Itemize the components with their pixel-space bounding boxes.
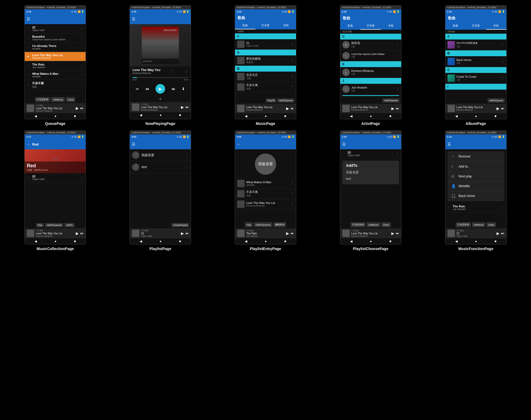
coll-more-1[interactable]: ⋮ [80, 176, 83, 180]
eq-icon[interactable]: ≡ [159, 97, 161, 101]
ctx-remove[interactable]: － Remove [448, 151, 504, 162]
ple-song-1[interactable]: What Makes A Man Westlife ⋮ [235, 178, 296, 189]
heart-icon-2[interactable]: ♡ [27, 36, 30, 40]
square-nav-8[interactable]: ■ [284, 239, 286, 243]
add-music-btn-9[interactable]: AddMusic [367, 222, 380, 227]
music-item-22[interactable]: 22 Taylor Swift ⋮ [235, 39, 296, 50]
back-nav-7[interactable]: ◀ [140, 239, 142, 243]
mini-play-5[interactable]: ▶ [497, 106, 499, 111]
artist-item-cyx[interactable]: 陈 陈奕迅 2首 ⋮ [340, 40, 401, 50]
more-bjbj[interactable]: ⋮ [291, 75, 294, 78]
back-nav-2[interactable]: ◀ [140, 113, 142, 117]
queue-song-2[interactable]: ♡ Beautiful Carly Rae Jepsen,Justin Bieb… [25, 33, 86, 43]
music-item-bjbj[interactable]: 北京北京 汪峰 ⋮ [235, 72, 296, 82]
back-nav-1[interactable]: ◀ [34, 114, 37, 118]
mini-next-7[interactable]: ⏭ [185, 231, 189, 235]
music-item-axed[interactable]: 爱笑的眼睛 林俊杰 ⋮ [235, 55, 296, 66]
mini-next-3[interactable]: ⏭ [291, 107, 294, 110]
square-nav-1[interactable]: ■ [74, 114, 76, 118]
plc-heart-1[interactable]: ♡ [342, 152, 346, 156]
heart-icon-7[interactable]: ♡ [27, 83, 30, 87]
add-music-btn-10[interactable]: AddMusic [472, 222, 486, 227]
addto-item-2[interactable]: test [346, 176, 395, 182]
square-nav-2[interactable]: ■ [179, 113, 181, 117]
pl-more-2[interactable]: ⋮ [185, 165, 189, 169]
heart-icon-4[interactable]: ♥ [27, 55, 30, 58]
queue-song-4[interactable]: ♥ Love The Way You Lie Eminem,Rihanna ⋮ [25, 52, 86, 61]
square-nav-7[interactable]: ■ [179, 239, 181, 243]
add-to-queue2-btn-col[interactable]: AddToQueue2 [45, 223, 64, 227]
more-bqbl[interactable]: ⋮ [291, 85, 294, 89]
func-heart-1[interactable]: ♡ [448, 206, 451, 209]
home-nav-4[interactable]: ● [370, 114, 372, 118]
album-item-ctc[interactable]: Coast To Coast 1首 ⋮ [445, 73, 506, 84]
playlist-item-favorite[interactable]: 🎵 我最喜爱 ⋮ [130, 149, 191, 161]
mini-play-2[interactable]: ▶ [181, 105, 184, 109]
np-more[interactable]: ⋮ [184, 69, 188, 73]
clean-btn-9[interactable]: Clean [381, 222, 391, 227]
home-nav-10[interactable]: ● [475, 239, 477, 243]
home-nav-9[interactable]: ● [370, 239, 372, 243]
more-icon-5[interactable]: ⋮ [80, 64, 83, 68]
more-icon-6[interactable]: ⋮ [80, 73, 83, 77]
queue-song-6[interactable]: ♡ What Makes A Man Westlife ⋮ [25, 71, 86, 80]
queue-song-3[interactable]: ♡ I'm Already There Westlife ⋮ [25, 43, 86, 52]
play-all-btn[interactable]: PlayAll [266, 98, 276, 103]
coll-heart-1[interactable]: ♡ [27, 176, 30, 180]
back-nav-9[interactable]: ◀ [350, 239, 352, 243]
more-eminem[interactable]: ⋮ [396, 71, 399, 74]
heart-icon-3[interactable]: ♡ [27, 45, 30, 49]
pack-playlist-btn-10[interactable]: 打包至歌单 [456, 222, 471, 227]
mini-next-4[interactable]: ⏭ [396, 107, 399, 110]
more-2011[interactable]: ⋮ [501, 43, 504, 47]
square-nav-6[interactable]: ■ [74, 239, 76, 243]
square-nav-10[interactable]: ■ [494, 239, 496, 243]
addto-btn-col[interactable]: AddTo [64, 223, 74, 227]
mini-play-8[interactable]: ▶ [286, 231, 289, 235]
heart-icon-5[interactable]: ♡ [27, 64, 30, 68]
ctx-backhome[interactable]: 🎧 Back Home [448, 191, 504, 201]
mini-next-2[interactable]: ⏭ [185, 105, 189, 109]
next-btn[interactable]: ⏭ [172, 87, 175, 91]
hamburger-icon-10[interactable]: ☰ [448, 142, 451, 146]
tab-songs[interactable]: 歌曲 [235, 22, 255, 29]
mini-next-1[interactable]: ⏭ [80, 106, 83, 110]
album-item-2011[interactable]: 2011年4月新歌速递 1首 ⋮ [445, 40, 506, 50]
hamburger-icon-7[interactable]: ☰ [132, 142, 135, 146]
download-btn[interactable]: ⬇ [182, 87, 185, 91]
add-to-queue2-btn-ple[interactable]: AddToQueue2 [254, 222, 272, 227]
mini-play-6[interactable]: ▶ [76, 231, 79, 235]
collection-song-1[interactable]: ♡ 22 Taylor Swift ⋮ [25, 173, 86, 182]
hamburger-icon[interactable]: ☰ [27, 17, 30, 21]
clean-btn[interactable]: Clean [66, 97, 76, 102]
back-nav-10[interactable]: ◀ [455, 239, 458, 243]
more-22[interactable]: ⋮ [291, 42, 294, 46]
np-heart[interactable]: ♡ [171, 69, 174, 74]
ctx-westlife[interactable]: 👤 Westlife [448, 181, 504, 191]
progress-bar[interactable] [132, 77, 188, 78]
pack-to-playlist-btn[interactable]: 打包至歌单 [35, 97, 50, 102]
pack-playlist-btn-9[interactable]: 打包至歌单 [351, 222, 366, 227]
clean-btn-10[interactable]: Clean [486, 222, 496, 227]
back-nav-8[interactable]: ◀ [245, 239, 247, 243]
artist-tab-artists[interactable]: 艺术家 [360, 22, 381, 30]
mini-next-6[interactable]: ⏭ [80, 231, 83, 235]
func-song-rain[interactable]: ♡ The Rain Joe Hisaishi ⋮ [445, 203, 506, 212]
square-nav-4[interactable]: ■ [389, 114, 391, 118]
more-joe[interactable]: ⋮ [396, 87, 399, 91]
heart-icon-6[interactable]: ♡ [27, 73, 30, 77]
square-nav-9[interactable]: ■ [389, 239, 391, 243]
ctx-nextplay[interactable]: ⊙ Next play [448, 172, 504, 181]
pl-more-1[interactable]: ⋮ [185, 153, 189, 157]
home-nav-2[interactable]: ● [160, 113, 161, 117]
hamburger-icon-2[interactable]: ☰ [132, 17, 135, 21]
hamburger-icon-9[interactable]: ☰ [342, 142, 346, 146]
ple-song-3[interactable]: Love The Way You Lie Eminem,Rihanna ⋮ [235, 199, 296, 209]
album-tab-albums[interactable]: 专辑 [486, 22, 506, 30]
more-icon-4[interactable]: ⋮ [80, 55, 83, 58]
mini-play-9[interactable]: ▶ [391, 231, 394, 235]
mini-play-1[interactable]: ▶ [76, 106, 79, 110]
queue-song-7[interactable]: ♡ 不弃不离 羽泉 ⋮ [25, 80, 86, 91]
ctx-addto[interactable]: + Add to.. [448, 162, 504, 172]
artist-item-crj[interactable]: C Carly Rae Jepsen,Justin Bieber 1首 ⋮ [340, 50, 401, 61]
